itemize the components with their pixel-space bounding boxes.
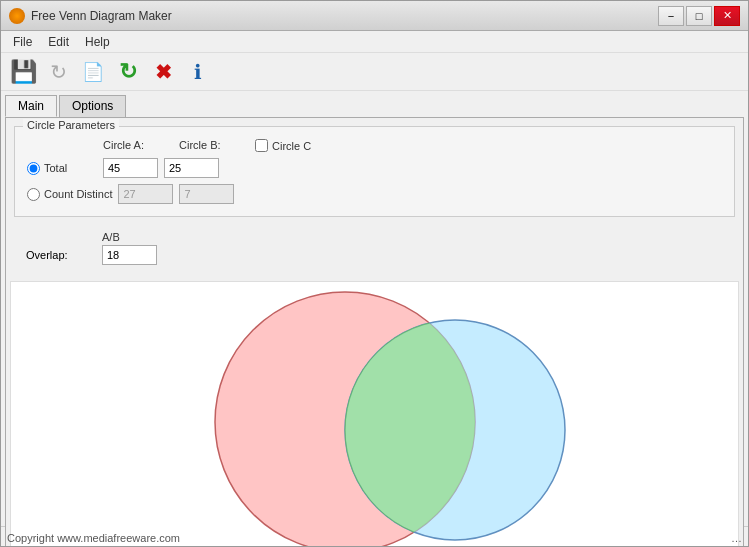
overlap-sub-label: A/B bbox=[102, 231, 723, 243]
count-distinct-label: Count Distinct bbox=[27, 188, 112, 201]
panel-main: Circle Parameters Circle A: Circle B: Ci… bbox=[5, 117, 744, 547]
count-distinct-radio[interactable] bbox=[27, 188, 40, 201]
copy-button[interactable]: 📄 bbox=[77, 57, 109, 87]
tab-main[interactable]: Main bbox=[5, 95, 57, 117]
menu-file[interactable]: File bbox=[5, 33, 40, 51]
total-circle-b-input[interactable] bbox=[164, 158, 219, 178]
copy-icon: 📄 bbox=[82, 61, 104, 83]
tab-bar: Main Options bbox=[1, 91, 748, 117]
delete-icon: ✖ bbox=[155, 60, 172, 84]
col-circle-b: Circle B: bbox=[179, 139, 249, 152]
count-distinct-circle-a-input bbox=[118, 184, 173, 204]
count-distinct-row: Count Distinct bbox=[27, 184, 722, 204]
maximize-button[interactable]: □ bbox=[686, 6, 712, 26]
venn-diagram-area bbox=[10, 281, 739, 547]
tab-options[interactable]: Options bbox=[59, 95, 126, 117]
count-distinct-circle-b-input bbox=[179, 184, 234, 204]
run-icon: ↻ bbox=[119, 59, 137, 85]
minimize-button[interactable]: − bbox=[658, 6, 684, 26]
overlap-row: Overlap: bbox=[26, 245, 723, 265]
overlap-label: Overlap: bbox=[26, 249, 96, 261]
col-circle-c: Circle C bbox=[255, 139, 315, 152]
title-bar: Free Venn Diagram Maker − □ ✕ bbox=[1, 1, 748, 31]
total-circle-a-input[interactable] bbox=[103, 158, 158, 178]
main-content: Main Options Circle Parameters Circle A:… bbox=[1, 91, 748, 526]
circle-params-section: Circle Parameters Circle A: Circle B: Ci… bbox=[14, 126, 735, 217]
total-label: Total bbox=[27, 162, 97, 175]
save-button[interactable]: 💾 bbox=[7, 57, 39, 87]
menu-help[interactable]: Help bbox=[77, 33, 118, 51]
section-legend: Circle Parameters bbox=[23, 119, 119, 131]
toolbar: 💾 ↺ 📄 ↻ ✖ ℹ bbox=[1, 53, 748, 91]
copyright-text: Copyright www.mediafreeware.com bbox=[7, 532, 180, 544]
close-button[interactable]: ✕ bbox=[714, 6, 740, 26]
run-button[interactable]: ↻ bbox=[112, 57, 144, 87]
total-row: Total bbox=[27, 158, 722, 178]
window-title: Free Venn Diagram Maker bbox=[31, 9, 172, 23]
menu-edit[interactable]: Edit bbox=[40, 33, 77, 51]
circle-c-checkbox[interactable] bbox=[255, 139, 268, 152]
delete-button[interactable]: ✖ bbox=[147, 57, 179, 87]
venn-svg bbox=[175, 282, 575, 547]
save-icon: 💾 bbox=[10, 59, 37, 85]
info-icon: ℹ bbox=[194, 60, 202, 84]
overlap-input[interactable] bbox=[102, 245, 157, 265]
refresh-button[interactable]: ↺ bbox=[42, 57, 74, 87]
title-bar-controls: − □ ✕ bbox=[658, 6, 740, 26]
menu-bar: File Edit Help bbox=[1, 31, 748, 53]
total-radio[interactable] bbox=[27, 162, 40, 175]
col-circle-a: Circle A: bbox=[103, 139, 173, 152]
refresh-icon: ↺ bbox=[50, 60, 67, 84]
app-icon bbox=[9, 8, 25, 24]
info-button[interactable]: ℹ bbox=[182, 57, 214, 87]
title-bar-left: Free Venn Diagram Maker bbox=[9, 8, 172, 24]
status-indicator: … bbox=[731, 532, 742, 544]
overlap-section: A/B Overlap: bbox=[14, 227, 735, 273]
column-headers: Circle A: Circle B: Circle C bbox=[103, 139, 722, 152]
